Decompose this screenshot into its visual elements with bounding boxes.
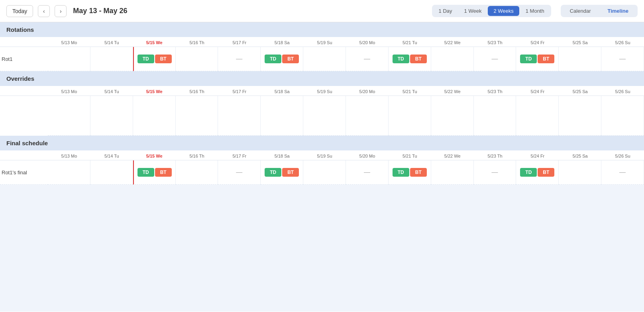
ov-cell-519 <box>303 96 346 136</box>
final-cell-520: — <box>346 160 389 185</box>
header: Today ‹ › May 13 - May 26 1 Day 1 Week 2… <box>0 0 644 22</box>
final-cell-525 <box>559 160 601 185</box>
final-cell-517: — <box>218 160 261 185</box>
final-dash-526: — <box>619 169 626 176</box>
fs-label-header <box>0 150 48 160</box>
rot1-cell-517: — <box>218 47 261 71</box>
ov-cell-516 <box>176 96 218 136</box>
rot1-cell-524: TD BT <box>516 47 559 71</box>
final-calendar: 5/13 Mo 5/14 Tu 5/15 We 5/16 Th 5/17 Fr … <box>0 150 644 185</box>
ov-cell-521 <box>389 96 431 136</box>
final-cell-522 <box>431 160 474 185</box>
prev-button[interactable]: ‹ <box>38 5 50 17</box>
col-518: 5/18 Sa <box>261 37 303 47</box>
rot1-cell-525 <box>559 47 601 71</box>
final-cell-526: — <box>601 160 644 185</box>
rot1-cell-520: — <box>346 47 389 71</box>
rotations-header: Rotations <box>0 22 644 37</box>
fs-col-518: 5/18 Sa <box>261 150 303 160</box>
final-cell-514 <box>90 160 133 185</box>
final-grid: 5/13 Mo 5/14 Tu 5/15 We 5/16 Th 5/17 Fr … <box>0 150 644 185</box>
rot1-cell-521: TD BT <box>389 47 431 71</box>
col-513: 5/13 Mo <box>48 37 90 47</box>
col-516: 5/16 Th <box>176 37 218 47</box>
final-bt-515: BT <box>155 168 172 177</box>
rotations-section: Rotations 5/13 Mo 5/14 Tu 5/15 We 5/16 T… <box>0 22 644 71</box>
ov-col-516: 5/16 Th <box>176 86 218 96</box>
rot1-dash-523: — <box>491 55 498 62</box>
final-dash-517: — <box>236 169 242 176</box>
final-cell-519 <box>303 160 346 185</box>
fs-col-513: 5/13 Mo <box>48 150 90 160</box>
ov-cell-513 <box>48 96 90 136</box>
ov-col-514: 5/14 Tu <box>90 86 133 96</box>
final-cell-524: TD BT <box>516 160 559 185</box>
fs-col-524: 5/24 Fr <box>516 150 559 160</box>
final-td-518: TD <box>265 168 281 177</box>
ov-cell-522 <box>431 96 474 136</box>
final-cell-516 <box>176 160 218 185</box>
rot1-cell-518: TD BT <box>261 47 303 71</box>
fs-col-525: 5/25 Sa <box>559 150 601 160</box>
col-521: 5/21 Tu <box>389 37 431 47</box>
rot1-td-521: TD <box>393 55 409 63</box>
view-1week[interactable]: 1 Week <box>459 6 487 16</box>
ov-col-524: 5/24 Fr <box>516 86 559 96</box>
rot1-td-524: TD <box>520 55 537 63</box>
view-2weeks[interactable]: 2 Weeks <box>488 6 519 16</box>
main-content: Rotations 5/13 Mo 5/14 Tu 5/15 We 5/16 T… <box>0 22 644 312</box>
mode-calendar[interactable]: Calendar <box>562 6 599 16</box>
rot1-bt-518: BT <box>282 55 299 63</box>
fs-col-517: 5/17 Fr <box>218 150 261 160</box>
col-514: 5/14 Tu <box>90 37 133 47</box>
ov-col-515: 5/15 We <box>133 86 176 96</box>
final-rot1-label: Rot1's final <box>0 160 48 185</box>
final-dash-523: — <box>491 169 498 176</box>
ov-col-518: 5/18 Sa <box>261 86 303 96</box>
ov-cell-518 <box>261 96 303 136</box>
ov-col-526: 5/26 Su <box>601 86 644 96</box>
ov-col-519: 5/19 Su <box>303 86 346 96</box>
mode-timeline[interactable]: Timeline <box>599 6 636 16</box>
ov-cell-526 <box>601 96 644 136</box>
rotations-calendar: 5/13 Mo 5/14 Tu 5/15 We 5/16 Th 5/17 Fr … <box>0 37 644 71</box>
rot1-cell-519 <box>303 47 346 71</box>
col-522: 5/22 We <box>431 37 474 47</box>
ov-cell-517 <box>218 96 261 136</box>
overrides-calendar: 5/13 Mo 5/14 Tu 5/15 We 5/16 Th 5/17 Fr … <box>0 86 644 136</box>
view-1month[interactable]: 1 Month <box>520 6 550 16</box>
rotations-grid: 5/13 Mo 5/14 Tu 5/15 We 5/16 Th 5/17 Fr … <box>0 37 644 71</box>
fs-col-520: 5/20 Mo <box>346 150 389 160</box>
rot1-cell-516 <box>176 47 218 71</box>
today-button[interactable]: Today <box>6 5 33 17</box>
next-button[interactable]: › <box>55 5 67 17</box>
view-1day[interactable]: 1 Day <box>433 6 458 16</box>
ov-row-label <box>0 96 48 136</box>
col-520: 5/20 Mo <box>346 37 389 47</box>
final-cell-518: TD BT <box>261 160 303 185</box>
col-523: 5/23 Th <box>474 37 516 47</box>
mode-group: Calendar Timeline <box>561 5 638 17</box>
overrides-header: Overrides <box>0 71 644 86</box>
rot1-dash-520: — <box>364 55 370 62</box>
overrides-section: Overrides 5/13 Mo 5/14 Tu 5/15 We 5/16 T… <box>0 71 644 136</box>
rot1-cell-515: TD BT <box>133 47 176 71</box>
ov-col-525: 5/25 Sa <box>559 86 601 96</box>
ov-label-header <box>0 86 48 96</box>
ov-cell-520 <box>346 96 389 136</box>
date-range: May 13 - May 26 <box>73 7 127 15</box>
rot1-cell-526: — <box>601 47 644 71</box>
fs-col-519: 5/19 Su <box>303 150 346 160</box>
rot1-cell-513 <box>48 47 90 71</box>
final-header: Final schedule <box>0 136 644 150</box>
ov-col-513: 5/13 Mo <box>48 86 90 96</box>
col-524: 5/24 Fr <box>516 37 559 47</box>
rot1-dash-517: — <box>236 55 242 62</box>
fs-col-515: 5/15 We <box>133 150 176 160</box>
rot1-cell-523: — <box>474 47 516 71</box>
rot1-td-515: TD <box>137 55 154 63</box>
ov-col-522: 5/22 We <box>431 86 474 96</box>
fs-col-523: 5/23 Th <box>474 150 516 160</box>
final-cell-513 <box>48 160 90 185</box>
final-bt-518: BT <box>282 168 299 177</box>
